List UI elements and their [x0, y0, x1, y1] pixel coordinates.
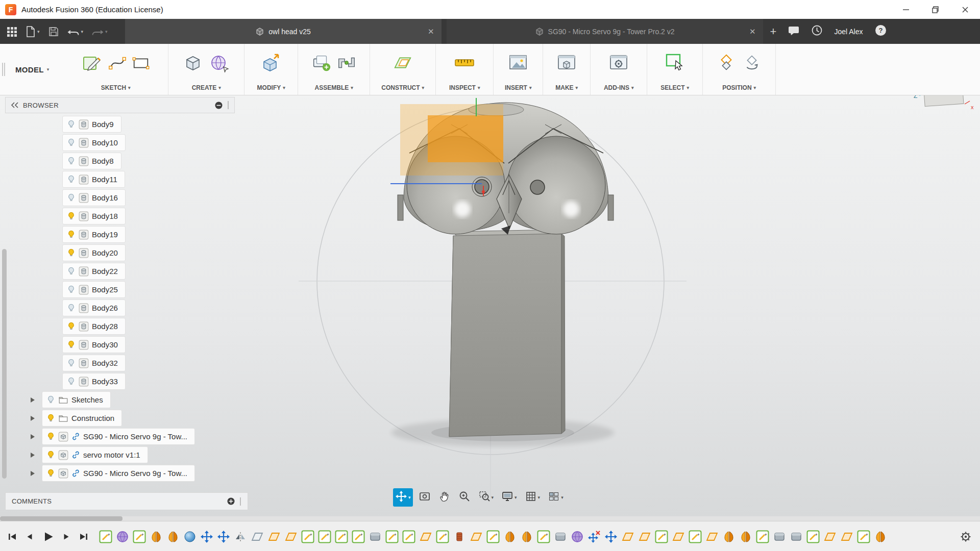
toolbar-group-label[interactable]: ADD-INS▾ [604, 81, 634, 95]
tab-close-icon[interactable]: ✕ [428, 27, 434, 36]
browser-item-body33[interactable]: Body33 [62, 373, 235, 389]
panel-resize-handle[interactable] [227, 101, 229, 109]
form-feature[interactable] [571, 530, 584, 543]
spline-icon[interactable] [108, 53, 127, 74]
visibility-bulb-icon[interactable] [46, 395, 55, 404]
grid-settings-button[interactable]: ▾ [523, 488, 543, 507]
app-grid-icon[interactable] [6, 26, 17, 37]
browser-item-body32[interactable]: Body32 [62, 355, 235, 371]
extrude-feature[interactable] [150, 530, 163, 543]
visibility-bulb-icon[interactable] [67, 230, 76, 239]
file-menu-icon[interactable]: ▾ [26, 26, 40, 38]
maximize-button[interactable] [921, 0, 950, 19]
sketch-feature[interactable] [335, 530, 348, 543]
visibility-bulb-icon[interactable] [67, 304, 76, 312]
skip-end-button[interactable] [79, 532, 89, 542]
plane-feature[interactable] [672, 530, 685, 543]
visibility-bulb-icon[interactable] [46, 414, 55, 422]
thread-feature[interactable] [453, 530, 466, 543]
user-name[interactable]: Joel Alex [834, 28, 863, 36]
browser-item-body26[interactable]: Body26 [62, 300, 235, 316]
move-feature[interactable] [604, 530, 618, 543]
play-button[interactable] [42, 531, 54, 543]
browser-item-servo-motor-v1-1[interactable]: servo motor v1:1 [31, 447, 235, 463]
visibility-bulb-icon[interactable] [67, 267, 76, 276]
move-feature[interactable] [200, 530, 213, 543]
visibility-bulb-icon[interactable] [46, 432, 55, 441]
sketch-feature[interactable] [402, 530, 415, 543]
browser-item-body10[interactable]: Body10 [62, 135, 235, 151]
plane-feature[interactable] [470, 530, 483, 543]
visibility-bulb-icon[interactable] [67, 340, 76, 349]
form-feature[interactable] [116, 530, 129, 543]
toolbar-group-label[interactable]: MAKE▾ [555, 81, 578, 95]
visibility-bulb-icon[interactable] [46, 450, 55, 459]
toolbar-group-label[interactable]: CONSTRUCT▾ [381, 81, 424, 95]
add-comment-icon[interactable] [227, 497, 235, 506]
tab-close-icon[interactable]: ✕ [749, 27, 756, 36]
browser-header[interactable]: BROWSER [5, 97, 235, 113]
visibility-bulb-icon[interactable] [67, 138, 76, 147]
sketch-feature[interactable] [655, 530, 668, 543]
toolbar-handle[interactable] [0, 44, 7, 95]
step-back-button[interactable] [25, 532, 34, 541]
canvas-icon[interactable] [507, 52, 529, 76]
dropdown-caret-icon[interactable]: ▾ [408, 495, 411, 500]
combine-feature[interactable] [790, 530, 803, 543]
toolbar-group-label[interactable]: MODIFY▾ [257, 81, 285, 95]
browser-item-body25[interactable]: Body25 [62, 282, 235, 297]
new-tab-icon[interactable]: + [770, 27, 777, 37]
sketch-feature[interactable] [857, 530, 870, 543]
sketch-feature[interactable] [806, 530, 820, 543]
measure-icon[interactable] [453, 52, 476, 76]
sketch-feature[interactable] [352, 530, 365, 543]
move-error-feature[interactable] [587, 530, 601, 543]
plane-feature[interactable] [840, 530, 853, 543]
visibility-bulb-icon[interactable] [46, 469, 55, 478]
sketch-feature[interactable] [756, 530, 769, 543]
close-button[interactable] [950, 0, 980, 19]
plane-feature[interactable] [621, 530, 634, 543]
toolbar-group-label[interactable]: POSITION▾ [722, 81, 756, 95]
press-pull-icon[interactable] [260, 52, 282, 76]
pan-button[interactable] [436, 488, 453, 507]
joint-icon[interactable] [336, 52, 357, 76]
plane-icon[interactable] [392, 52, 413, 76]
select-icon[interactable] [664, 52, 686, 76]
capture-position-icon[interactable] [716, 52, 737, 76]
extrude-feature[interactable] [722, 530, 736, 543]
browser-item-body8[interactable]: Body8 [62, 153, 235, 169]
extrude-feature[interactable] [520, 530, 533, 543]
look-at-button[interactable] [416, 488, 433, 507]
dropdown-caret-icon[interactable]: ▾ [514, 495, 517, 500]
print-icon[interactable] [555, 52, 578, 76]
zoom-button[interactable] [456, 488, 473, 507]
plane-feature[interactable] [419, 530, 432, 543]
plane-grey-feature[interactable] [251, 530, 264, 543]
form-icon[interactable] [208, 52, 231, 76]
visibility-bulb-icon[interactable] [67, 359, 76, 367]
box-icon[interactable] [182, 52, 204, 76]
visibility-bulb-icon[interactable] [67, 120, 76, 129]
browser-item-body22[interactable]: Body22 [62, 263, 235, 279]
pedestal-body[interactable] [449, 230, 565, 437]
comments-icon[interactable] [788, 25, 800, 38]
sketch-feature[interactable] [689, 530, 702, 543]
hide-all-icon[interactable] [214, 101, 223, 110]
expand-arrow-icon[interactable] [31, 453, 42, 458]
timeline-options-gear-icon[interactable] [954, 531, 980, 543]
extrude-feature[interactable] [166, 530, 180, 543]
move-feature[interactable] [217, 530, 230, 543]
browser-item-construction[interactable]: Construction [31, 410, 235, 426]
browser-item-body9[interactable]: Body9 [62, 116, 235, 132]
workspace-selector[interactable]: MODEL ▾ [7, 44, 63, 95]
visibility-bulb-icon[interactable] [67, 175, 76, 184]
browser-item-body20[interactable]: Body20 [62, 245, 235, 261]
create-sketch-icon[interactable] [81, 52, 104, 76]
browser-scrollbar[interactable] [2, 249, 7, 479]
combine-feature[interactable] [773, 530, 786, 543]
document-tab-owl-head[interactable]: owl head v25 ✕ [125, 19, 442, 44]
sketch-feature[interactable] [99, 530, 112, 543]
dropdown-caret-icon[interactable]: ▾ [538, 495, 541, 500]
skip-start-button[interactable] [7, 532, 17, 542]
